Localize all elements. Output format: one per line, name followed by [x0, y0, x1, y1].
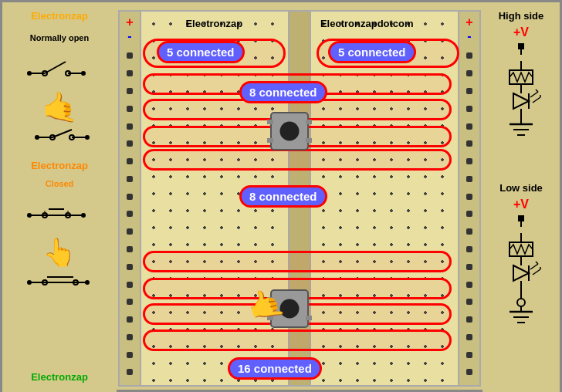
rail-dot [127, 228, 133, 235]
rail-dot [466, 352, 472, 358]
rail-right-plus: + [466, 15, 472, 29]
rail-dot [466, 70, 472, 76]
open-switch-lines-svg [18, 123, 95, 150]
closed-section: Closed 👆 [6, 179, 113, 296]
rail-dot [127, 88, 133, 94]
open-switch-lines [18, 123, 101, 150]
rail-left-minus: - [127, 29, 131, 43]
svg-marker-53 [513, 265, 529, 281]
high-side-label: High side [486, 10, 556, 22]
svg-rect-49 [518, 215, 524, 221]
tact-switch-1-button [280, 122, 300, 141]
svg-line-4 [45, 62, 66, 73]
rail-dot [127, 176, 133, 182]
rail-dot [127, 106, 133, 112]
rail-dot [127, 334, 133, 340]
low-side-circuit [490, 211, 552, 350]
rail-dot [466, 88, 472, 94]
high-vplus: +V [486, 25, 556, 39]
rail-dot [127, 70, 133, 76]
high-side-circuit [490, 39, 552, 178]
svg-point-30 [85, 280, 90, 285]
right-sidebar: High side +V [482, 2, 560, 392]
rail-dot [466, 228, 472, 235]
connected-badge-5: 16 connected [228, 357, 322, 380]
rail-dot [466, 106, 472, 112]
normally-open-section: Normally open [6, 33, 113, 152]
label-electronzap-top: Electronzap [185, 18, 242, 29]
rail-dot [127, 246, 133, 252]
rail-dot [466, 211, 472, 217]
low-vplus: +V [486, 198, 556, 211]
rail-dot [127, 123, 133, 130]
rail-left-dots [127, 43, 133, 385]
svg-line-57 [536, 262, 538, 264]
top-labels: Electronzap Electronzapdotcom [147, 18, 452, 29]
closed-label: Closed [6, 179, 113, 188]
rail-dot [466, 140, 472, 147]
rail-dot [466, 176, 472, 182]
rail-dot [127, 52, 133, 59]
connected-badge-1: 5 connected [157, 41, 245, 63]
rail-dot [127, 282, 133, 288]
rail-dot [466, 299, 472, 305]
pin [267, 120, 273, 124]
rail-left-plus: + [126, 15, 133, 29]
normally-open-label: Normally open [6, 33, 113, 42]
rail-dot [466, 246, 472, 252]
svg-line-9 [52, 130, 72, 137]
tact-switch-1[interactable] [270, 112, 309, 150]
low-side-label: Low side [486, 182, 556, 194]
left-sidebar: Electronzap Normally open [2, 2, 117, 392]
connected-badge-2: 5 connected [328, 41, 416, 63]
red-oval-10 [143, 329, 452, 351]
red-oval-7 [143, 251, 452, 272]
rail-dot [466, 194, 472, 200]
svg-line-41 [536, 90, 538, 92]
rail-dot [127, 158, 133, 164]
svg-line-39 [530, 92, 538, 97]
svg-point-60 [517, 299, 525, 306]
open-switch-svg [18, 46, 95, 89]
rail-dot [127, 211, 133, 217]
rail-dot [466, 52, 472, 59]
svg-line-55 [530, 264, 538, 269]
rail-dot [466, 158, 472, 164]
rail-dot [127, 352, 133, 358]
svg-point-13 [85, 135, 90, 140]
main-container: Electronzap Normally open [0, 0, 562, 392]
right-sidebar-content: High side +V [486, 10, 556, 350]
red-oval-6 [143, 149, 452, 171]
rail-dot [466, 282, 472, 288]
pin [267, 138, 273, 143]
rail-dot [466, 334, 472, 340]
rail-dot [466, 316, 472, 323]
closed-finger-icon: 👆 [6, 238, 113, 265]
svg-line-56 [533, 269, 540, 275]
rail-dot [127, 316, 133, 323]
rail-right-dots [466, 43, 472, 385]
closed-switch-svg [18, 192, 95, 235]
rail-dot [466, 123, 472, 130]
pin [306, 120, 312, 124]
open-finger-icon: 🤙 [6, 93, 113, 122]
connected-badge-4: 8 connected [239, 185, 327, 208]
svg-rect-33 [518, 43, 524, 49]
rail-dot [466, 369, 472, 375]
pin [306, 316, 312, 320]
svg-marker-37 [513, 93, 529, 109]
sidebar-bottom-label: Electronzap [6, 371, 113, 383]
sidebar-mid-label: Electronzap [6, 160, 113, 171]
rail-left: + - [120, 12, 141, 385]
closed-switch-lines [18, 267, 101, 294]
sidebar-top-label: Electronzap [6, 10, 113, 22]
svg-line-40 [533, 97, 540, 103]
switch-open-symbol [18, 46, 101, 89]
rail-right-minus: - [467, 29, 471, 43]
label-electronzapdotcom-top: Electronzapdotcom [320, 18, 414, 29]
rail-dot [127, 299, 133, 305]
rail-dot [127, 140, 133, 147]
rail-dot [127, 369, 133, 375]
connected-badge-3: 8 connected [239, 81, 327, 103]
breadboard: + - [118, 10, 481, 387]
